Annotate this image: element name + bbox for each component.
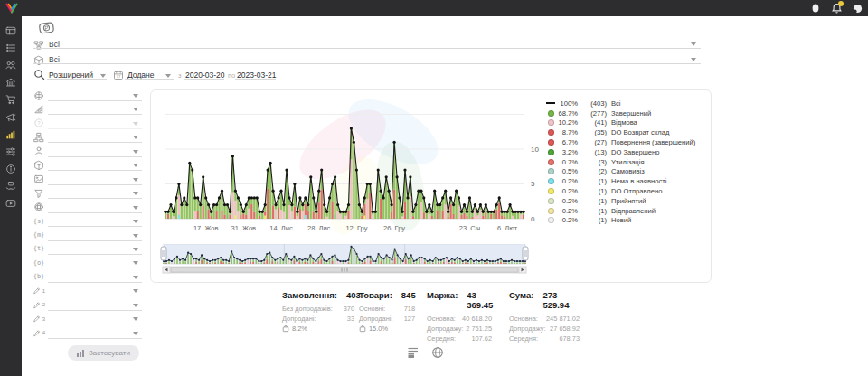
measure-select[interactable]: [48, 104, 142, 115]
scrollbar-left-arrow[interactable]: [163, 267, 170, 273]
sidebar-item-users-icon[interactable]: [3, 56, 19, 73]
chevron-down-icon: [133, 192, 138, 195]
category-filter-field[interactable]: [33, 38, 701, 49]
stat-row: Основна:245 871.02: [509, 314, 580, 324]
x-axis-label: 17. Жов: [193, 224, 219, 232]
stat-row: Без допродажів:370: [282, 304, 354, 314]
legend-label: DO Завершено: [611, 148, 707, 156]
ruler-icon: [33, 103, 45, 115]
legend-item[interactable]: 0.2%(1)Нема в наявності: [546, 176, 707, 186]
legend-dot-swatch: [546, 217, 555, 223]
legend-item[interactable]: 10.2%(41)Відмова: [546, 118, 707, 128]
sidebar-item-store-icon[interactable]: [3, 74, 19, 91]
image-icon: [33, 174, 45, 185]
navigator-handle-right[interactable]: [523, 247, 528, 260]
legend-item[interactable]: 0.2%(1)Новий: [546, 216, 707, 226]
apply-button-label: Застосувати: [89, 349, 130, 357]
filter-row-country: [33, 89, 142, 102]
search-icon[interactable]: [33, 68, 45, 84]
sidebar-item-cart-icon[interactable]: [3, 91, 19, 108]
chevron-down-icon[interactable]: [691, 42, 696, 46]
legend-percent: 68.7%: [555, 109, 578, 118]
banner-select[interactable]: [48, 174, 142, 185]
filter-row-help: ?: [33, 117, 142, 130]
structure-select[interactable]: [48, 132, 142, 143]
token-b-select[interactable]: [48, 272, 142, 283]
cube-icon: [33, 159, 45, 171]
sidebar-item-dashboard-icon[interactable]: [3, 22, 19, 39]
legend-count: (403): [584, 99, 607, 108]
sphere-icon: [33, 202, 45, 213]
legend-item[interactable]: 0.2%(1)Прийнятий: [546, 196, 707, 206]
chevron-down-icon: [133, 276, 138, 279]
legend-label: Самовивіз: [611, 167, 707, 175]
scrollbar-right-arrow[interactable]: [519, 267, 526, 273]
stat-row: Середня:107.62: [427, 334, 492, 343]
globe-view-icon[interactable]: [431, 346, 444, 359]
help-select[interactable]: [48, 118, 142, 129]
legend-percent: 100%: [555, 99, 578, 108]
x-axis-label: 12. Гру: [345, 224, 367, 232]
svg-text:P: P: [44, 25, 49, 31]
x-axis-label: 28. Лис: [307, 224, 331, 232]
token-m-select[interactable]: [48, 230, 142, 241]
legend-item[interactable]: 68.7%(277)Завершений: [546, 108, 707, 118]
svg-text:?: ?: [37, 120, 41, 126]
sidebar-item-info-icon[interactable]: [3, 161, 19, 178]
moon-icon[interactable]: [852, 3, 863, 14]
token-b-icon: {b}: [33, 271, 45, 283]
legend-dot-swatch: [546, 149, 555, 155]
website-select[interactable]: [48, 202, 142, 213]
legend-percent: 0.5%: [555, 167, 578, 175]
sidebar-item-megaphone-icon[interactable]: [3, 108, 19, 126]
legend-label: DO Возврат склад: [611, 128, 707, 136]
sidebar-item-video-icon[interactable]: [3, 195, 19, 212]
legend-label: Відмова: [611, 118, 707, 127]
summary-stats: Замовлення:403Без допродажів:370Допродан…: [0, 290, 868, 344]
calendar-icon[interactable]: 17: [113, 68, 124, 84]
sidebar-item-care-icon[interactable]: [3, 178, 19, 195]
presentation-icon[interactable]: P: [38, 21, 56, 39]
orders-chart: 051017. Жов31. Жов14. Лис28. Лис12. Гру2…: [158, 92, 549, 242]
chart-card: 051017. Жов31. Жов14. Лис28. Лис12. Гру2…: [150, 89, 712, 283]
legend-item[interactable]: 0.2%(1)Відправлений: [546, 206, 707, 216]
app-logo-icon: [5, 2, 19, 18]
chart-navigator[interactable]: [158, 244, 549, 277]
filter-row-manager: [33, 145, 142, 158]
x-axis-label: 26. Гру: [383, 224, 405, 232]
country-select[interactable]: [48, 90, 142, 101]
sidebar-item-list-icon[interactable]: [3, 39, 19, 56]
upsell-rate-badge: 8.2%: [282, 324, 354, 334]
legend-item[interactable]: 0.2%(1)DO Отправлено: [546, 186, 707, 196]
chevron-down-icon: [133, 234, 138, 238]
chevron-down-icon[interactable]: [691, 58, 696, 61]
stat-title: Маржа:43 369.45: [427, 290, 492, 310]
legend-item[interactable]: 0.5%(2)Самовивіз: [546, 167, 707, 177]
token-o-select[interactable]: [48, 258, 142, 268]
legend-item[interactable]: 100%(403)Всі: [546, 99, 707, 108]
user-icon[interactable]: [810, 3, 821, 14]
apply-button[interactable]: Застосувати: [68, 345, 139, 361]
product-filter-field[interactable]: [33, 53, 701, 64]
sidebar-item-sliders-icon[interactable]: [3, 143, 19, 160]
funnel-select[interactable]: [48, 188, 142, 199]
product-select[interactable]: [48, 160, 142, 171]
sidebar-item-chart-icon[interactable]: [3, 126, 19, 143]
navigator-handle-left[interactable]: [161, 247, 166, 260]
legend-item[interactable]: 6.7%(27)Повернення (завершений): [546, 137, 707, 147]
manager-select[interactable]: [48, 146, 142, 157]
stat-row: Допродажу:27 658.92: [509, 324, 580, 334]
token-s-select[interactable]: [48, 216, 142, 227]
filter-row-token-o: {o}: [33, 256, 142, 269]
search-mode-underline: [47, 69, 107, 80]
x-axis-label: 6. Лют: [497, 224, 518, 232]
legend-item[interactable]: 8.7%(35)DO Возврат склад: [546, 127, 707, 137]
legend-count: (2): [584, 167, 607, 175]
token-t-select[interactable]: [48, 244, 142, 255]
date-to-label: по: [228, 71, 235, 80]
bell-icon[interactable]: [831, 3, 842, 14]
legend-item[interactable]: 0.7%(3)Утилізація: [546, 157, 707, 167]
list-view-icon[interactable]: [407, 346, 420, 359]
legend-item[interactable]: 3.2%(13)DO Завершено: [546, 147, 707, 157]
legend-dot-swatch: [546, 139, 555, 146]
